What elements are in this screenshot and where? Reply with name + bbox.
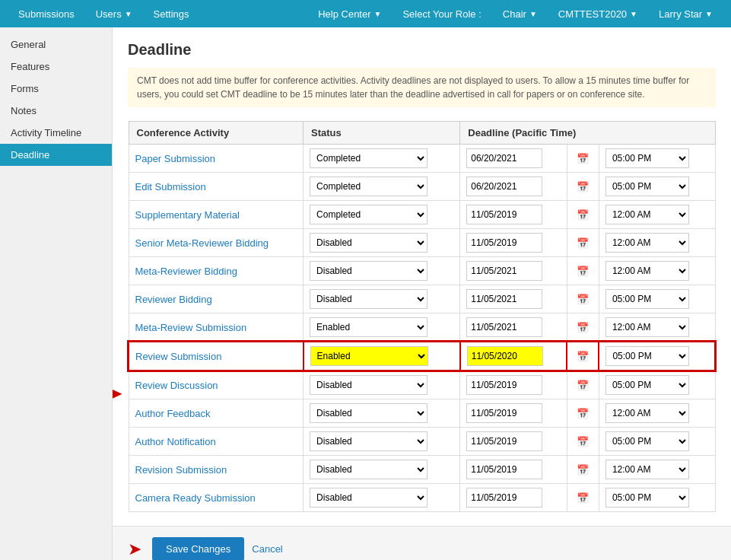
- time-select[interactable]: 12:00 AM01:00 AM02:00 AM03:00 AM04:00 AM…: [605, 205, 689, 224]
- time-select[interactable]: 12:00 AM01:00 AM02:00 AM03:00 AM04:00 AM…: [605, 177, 689, 196]
- table-row-date: [460, 173, 567, 201]
- calendar-icon[interactable]: 📅: [574, 464, 592, 476]
- status-select[interactable]: DisabledEnabledCompleted: [310, 460, 427, 479]
- sidebar-item-features[interactable]: Features: [0, 56, 112, 78]
- activity-name[interactable]: Review Discussion: [135, 380, 218, 391]
- sidebar-item-notes[interactable]: Notes: [0, 100, 112, 122]
- time-select[interactable]: 12:00 AM01:00 AM02:00 AM03:00 AM04:00 AM…: [605, 431, 689, 451]
- table-row-activity: Edit Submission: [129, 173, 304, 201]
- activity-name[interactable]: Paper Submission: [135, 153, 216, 164]
- date-input[interactable]: [466, 177, 542, 196]
- time-select[interactable]: 12:00 AM01:00 AM02:00 AM03:00 AM04:00 AM…: [605, 488, 689, 508]
- table-row-calendar: 📅: [567, 201, 599, 229]
- activity-name[interactable]: Review Submission: [135, 351, 221, 362]
- table-row-activity: Author Feedback: [129, 399, 304, 428]
- activity-name[interactable]: Camera Ready Submission: [135, 492, 256, 504]
- activity-name[interactable]: Meta-Review Submission: [135, 322, 247, 333]
- table-row-time: 12:00 AM01:00 AM02:00 AM03:00 AM04:00 AM…: [599, 342, 715, 371]
- table-row-time: 12:00 AM01:00 AM02:00 AM03:00 AM04:00 AM…: [599, 456, 715, 484]
- users-arrow: ▼: [125, 10, 132, 18]
- calendar-icon[interactable]: 📅: [574, 294, 592, 305]
- calendar-icon[interactable]: 📅: [574, 266, 592, 277]
- sidebar-item-deadline[interactable]: Deadline: [0, 144, 112, 166]
- table-row-activity: Meta-Review Submission: [129, 313, 304, 342]
- deadline-table: Conference Activity Status Deadline (Pac…: [128, 121, 716, 512]
- table-row-calendar: 📅: [567, 371, 599, 399]
- calendar-icon[interactable]: 📅: [574, 436, 592, 447]
- date-input[interactable]: [466, 317, 542, 337]
- nav-settings[interactable]: Settings: [143, 0, 200, 27]
- calendar-icon[interactable]: 📅: [574, 181, 592, 192]
- save-changes-button[interactable]: Save Changes: [152, 537, 244, 560]
- time-select[interactable]: 12:00 AM01:00 AM02:00 AM03:00 AM04:00 AM…: [605, 233, 689, 253]
- calendar-icon[interactable]: 📅: [574, 209, 592, 221]
- status-select[interactable]: DisabledEnabledCompleted: [310, 488, 427, 508]
- sidebar-item-activity-timeline[interactable]: Activity Timeline: [0, 122, 112, 144]
- sidebar-item-forms[interactable]: Forms: [0, 78, 112, 100]
- table-row-time: 12:00 AM01:00 AM02:00 AM03:00 AM04:00 AM…: [599, 285, 715, 313]
- date-input[interactable]: [466, 205, 542, 224]
- table-row-time: 12:00 AM01:00 AM02:00 AM03:00 AM04:00 AM…: [599, 173, 715, 201]
- time-select[interactable]: 12:00 AM01:00 AM02:00 AM03:00 AM04:00 AM…: [605, 403, 689, 423]
- table-row-activity: Reviewer Bidding: [129, 285, 304, 313]
- time-select[interactable]: 12:00 AM01:00 AM02:00 AM03:00 AM04:00 AM…: [605, 346, 689, 366]
- sidebar-item-general[interactable]: General: [0, 33, 112, 56]
- calendar-icon[interactable]: 📅: [574, 322, 592, 333]
- table-row-date: [460, 145, 567, 173]
- calendar-icon[interactable]: 📅: [574, 380, 592, 391]
- table-row-date: [460, 484, 567, 512]
- activity-name[interactable]: Author Notification: [135, 436, 216, 447]
- time-select[interactable]: 12:00 AM01:00 AM02:00 AM03:00 AM04:00 AM…: [605, 375, 689, 395]
- activity-name[interactable]: Author Feedback: [135, 408, 211, 419]
- date-input[interactable]: [466, 460, 542, 479]
- calendar-icon[interactable]: 📅: [574, 237, 592, 249]
- nav-conference[interactable]: CMTTEST2020 ▼: [548, 0, 648, 27]
- date-input[interactable]: [466, 488, 542, 508]
- user-arrow: ▼: [705, 10, 713, 18]
- date-input[interactable]: [466, 148, 542, 168]
- calendar-icon[interactable]: 📅: [574, 351, 592, 362]
- status-select[interactable]: DisabledEnabledCompleted: [310, 289, 427, 309]
- status-select[interactable]: DisabledEnabledCompleted: [310, 317, 427, 337]
- date-input[interactable]: [466, 403, 542, 423]
- nav-users[interactable]: Users ▼: [85, 0, 143, 27]
- nav-help-center[interactable]: Help Center ▼: [307, 0, 392, 27]
- date-input[interactable]: [466, 261, 542, 281]
- date-input[interactable]: [466, 233, 542, 253]
- status-select[interactable]: DisabledEnabledCompleted: [310, 375, 427, 395]
- cancel-button[interactable]: Cancel: [252, 543, 282, 555]
- time-select[interactable]: 12:00 AM01:00 AM02:00 AM03:00 AM04:00 AM…: [605, 317, 689, 337]
- date-input[interactable]: [466, 375, 542, 395]
- sidebar: General Features Forms Notes Activity Ti…: [0, 27, 113, 560]
- nav-user[interactable]: Larry Star ▼: [648, 0, 723, 27]
- table-row-status: DisabledEnabledCompleted: [304, 342, 460, 371]
- status-select[interactable]: DisabledEnabledCompleted: [310, 403, 427, 423]
- status-select[interactable]: DisabledEnabledCompleted: [310, 205, 427, 224]
- nav-right: Help Center ▼ Select Your Role : Chair ▼…: [307, 0, 723, 27]
- activity-name[interactable]: Supplementary Material: [135, 209, 240, 221]
- status-select[interactable]: DisabledEnabledCompleted: [310, 261, 427, 281]
- status-select[interactable]: DisabledEnabledCompleted: [310, 177, 427, 196]
- activity-name[interactable]: Reviewer Bidding: [135, 294, 212, 305]
- nav-chair[interactable]: Chair ▼: [492, 0, 548, 27]
- calendar-icon[interactable]: 📅: [574, 153, 592, 164]
- time-select[interactable]: 12:00 AM01:00 AM02:00 AM03:00 AM04:00 AM…: [605, 261, 689, 281]
- status-select[interactable]: DisabledEnabledCompleted: [310, 346, 428, 366]
- activity-name[interactable]: Revision Submission: [135, 464, 227, 476]
- calendar-icon[interactable]: 📅: [574, 408, 592, 419]
- activity-name[interactable]: Meta-Reviewer Bidding: [135, 266, 237, 277]
- time-select[interactable]: 12:00 AM01:00 AM02:00 AM03:00 AM04:00 AM…: [605, 148, 689, 168]
- activity-name[interactable]: Edit Submission: [135, 181, 206, 192]
- calendar-icon[interactable]: 📅: [574, 492, 592, 504]
- status-select[interactable]: DisabledEnabledCompleted: [310, 431, 427, 451]
- table-row-time: 12:00 AM01:00 AM02:00 AM03:00 AM04:00 AM…: [599, 371, 715, 399]
- activity-name[interactable]: Senior Meta-Reviewer Bidding: [135, 237, 269, 249]
- status-select[interactable]: DisabledEnabledCompleted: [310, 148, 427, 168]
- time-select[interactable]: 12:00 AM01:00 AM02:00 AM03:00 AM04:00 AM…: [605, 460, 689, 479]
- date-input[interactable]: [466, 431, 542, 451]
- nav-submissions[interactable]: Submissions: [8, 0, 85, 27]
- date-input[interactable]: [466, 289, 542, 309]
- status-select[interactable]: DisabledEnabledCompleted: [310, 233, 427, 253]
- time-select[interactable]: 12:00 AM01:00 AM02:00 AM03:00 AM04:00 AM…: [605, 289, 689, 309]
- date-input[interactable]: [467, 346, 543, 366]
